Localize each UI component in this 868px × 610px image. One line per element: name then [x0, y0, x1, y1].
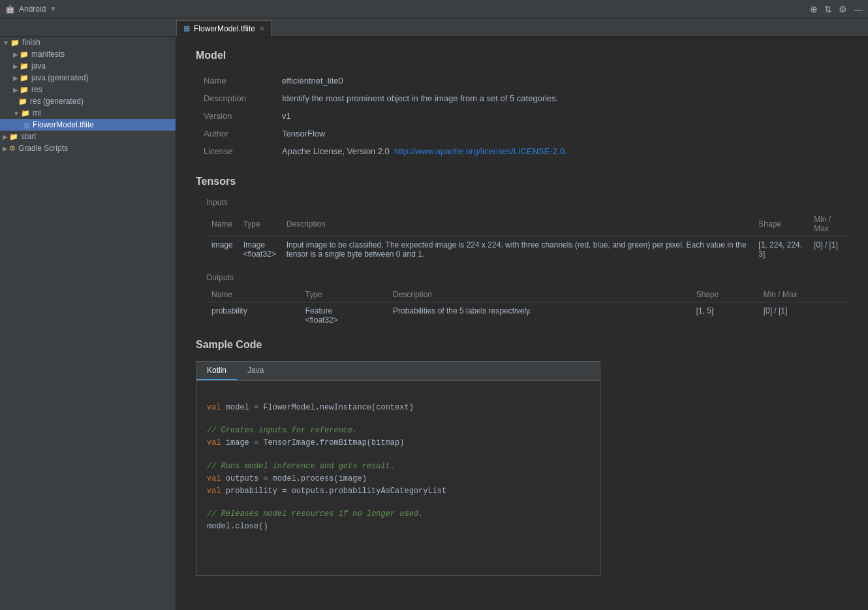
model-value-license: Apache License, Version 2.0 http://www.a… — [274, 142, 848, 160]
comment-inputs: // Creates inputs for reference. — [207, 426, 357, 435]
globe-icon[interactable]: ⊕ — [810, 4, 818, 14]
sidebar-item-java[interactable]: ▶ 📁 java — [0, 60, 176, 72]
file-icon-flower: ▦ — [23, 121, 30, 129]
dropdown-icon[interactable]: ▼ — [50, 5, 56, 12]
code-close-line: model.close() — [207, 522, 268, 531]
sidebar-item-start[interactable]: ▶ 📁 start — [0, 131, 176, 142]
model-value-version: v1 — [274, 107, 848, 125]
code-line-3: val outputs = model.process(image) — [207, 473, 589, 485]
code-line-4: val probability = outputs.probabilityAsC… — [207, 485, 589, 498]
comment-release: // Releases model resources if no longer… — [207, 509, 423, 519]
sidebar-item-res[interactable]: ▶ 📁 res — [0, 84, 176, 95]
sidebar-item-ml[interactable]: ▼ 📁 ml — [0, 107, 176, 119]
model-row-author: Author TensorFlow — [196, 125, 848, 142]
code-line-1: val model = FlowerModel.newInstance(cont… — [207, 402, 589, 414]
platform-label: Android — [19, 5, 46, 14]
model-label-version: Version — [196, 107, 274, 125]
output-name: probability — [206, 302, 300, 329]
input-shape: [1, 224, 224, 3] — [753, 236, 809, 263]
title-bar-left: 🤖 Android ▼ — [5, 5, 56, 14]
folder-icon-start: 📁 — [9, 133, 18, 141]
inputs-header-row: Name Type Description Shape Min / Max — [206, 212, 848, 236]
col-type-out: Type — [300, 287, 388, 302]
tab-close-icon[interactable]: ✕ — [259, 25, 264, 32]
tab-file-icon: ▦ — [183, 24, 190, 33]
arrow-java-gen: ▶ — [13, 74, 18, 82]
split-icon[interactable]: ⇅ — [824, 4, 832, 14]
arrow-ml: ▼ — [13, 110, 20, 117]
col-type-in: Type — [238, 212, 281, 236]
model-row-description: Description Identify the most prominent … — [196, 89, 848, 107]
sidebar-item-flowermodel[interactable]: ▦ FlowerModel.tflite — [0, 119, 176, 131]
code-comment-3: // Releases model resources if no longer… — [207, 508, 589, 521]
sidebar-item-finish[interactable]: ▼ 📁 finish — [0, 37, 176, 48]
code-image-line: image = TensorImage.fromBitmap(bitmap) — [226, 438, 405, 447]
input-minmax: [0] / [1] — [809, 236, 848, 263]
input-name: image — [206, 236, 238, 263]
model-row-license: License Apache License, Version 2.0 http… — [196, 142, 848, 160]
arrow-manifests: ▶ — [13, 51, 18, 58]
tab-java[interactable]: Java — [237, 362, 274, 380]
content-area: Model Name efficientnet_lite0 Descriptio… — [176, 37, 868, 610]
folder-icon-finish: 📁 — [10, 39, 20, 47]
code-blank-2 — [207, 414, 589, 425]
sidebar-label-flowermodel: FlowerModel.tflite — [33, 120, 94, 129]
folder-icon-manifests: 📁 — [20, 50, 29, 59]
sample-code-section: Sample Code Kotlin Java val model = Flow… — [196, 339, 848, 576]
sidebar-label-java-gen: java (generated) — [31, 73, 88, 82]
input-desc: Input image to be classified. The expect… — [281, 236, 754, 263]
file-tab[interactable]: ▦ FlowerModel.tflite ✕ — [176, 20, 271, 36]
arrow-gradle: ▶ — [3, 145, 8, 152]
col-shape-in: Shape — [753, 212, 809, 236]
sidebar-item-gradle[interactable]: ▶ ⚙ Gradle Scripts — [0, 142, 176, 154]
output-minmax: [0] / [1] — [758, 302, 848, 329]
model-label-description: Description — [196, 89, 274, 107]
code-blank-3 — [207, 450, 589, 460]
arrow-java: ▶ — [13, 63, 18, 70]
code-blank-4 — [207, 498, 589, 508]
model-value-name: efficientnet_lite0 — [274, 72, 848, 89]
sidebar-label-gradle: Gradle Scripts — [18, 144, 68, 153]
tensors-section-title: Tensors — [196, 176, 848, 187]
keyword-val-4: val — [207, 487, 221, 496]
sidebar-item-res-generated[interactable]: 📁 res (generated) — [0, 95, 176, 107]
arrow-start: ▶ — [3, 133, 8, 140]
folder-icon-res-gen: 📁 — [18, 97, 27, 106]
code-outputs-line: outputs = model.process(image) — [226, 474, 367, 483]
outputs-table: Name Type Description Shape Min / Max pr… — [206, 287, 848, 329]
gear-icon[interactable]: ⚙ — [839, 4, 847, 14]
tab-kotlin[interactable]: Kotlin — [196, 362, 237, 380]
table-row: probability Feature<float32> Probabiliti… — [206, 302, 848, 329]
keyword-val-3: val — [207, 474, 221, 483]
code-block: val model = FlowerModel.newInstance(cont… — [196, 380, 600, 576]
col-name-in: Name — [206, 212, 238, 236]
model-section-title: Model — [196, 50, 848, 61]
license-link[interactable]: http://www.apache.org/licenses/LICENSE-2… — [394, 146, 566, 156]
minimize-icon[interactable]: — — [854, 4, 863, 14]
inputs-label: Inputs — [206, 198, 848, 207]
tab-bar: ▦ FlowerModel.tflite ✕ — [0, 18, 868, 37]
arrow-finish: ▼ — [3, 39, 9, 46]
input-type: Image<float32> — [238, 236, 281, 263]
outputs-header-row: Name Type Description Shape Min / Max — [206, 287, 848, 302]
code-blank-6 — [207, 544, 589, 554]
arrow-res: ▶ — [13, 86, 18, 93]
folder-icon-java: 📁 — [20, 62, 29, 71]
sidebar-item-manifests[interactable]: ▶ 📁 manifests — [0, 48, 176, 60]
title-bar: 🤖 Android ▼ ⊕ ⇅ ⚙ — — [0, 0, 868, 18]
keyword-val-2: val — [207, 438, 221, 447]
col-desc-in: Description — [281, 212, 754, 236]
output-type: Feature<float32> — [300, 302, 388, 329]
model-label-author: Author — [196, 125, 274, 142]
model-table: Name efficientnet_lite0 Description Iden… — [196, 72, 848, 160]
outputs-label: Outputs — [206, 273, 848, 282]
sidebar-item-java-generated[interactable]: ▶ 📁 java (generated) — [0, 72, 176, 84]
keyword-val-1: val — [207, 403, 221, 412]
title-bar-icons: ⊕ ⇅ ⚙ — — [810, 4, 863, 14]
col-name-out: Name — [206, 287, 300, 302]
model-row-version: Version v1 — [196, 107, 848, 125]
tab-label: FlowerModel.tflite — [194, 24, 255, 33]
code-tabs: Kotlin Java — [196, 361, 600, 380]
sidebar-label-res: res — [31, 85, 42, 94]
code-model-line: model = FlowerModel.newInstance(context) — [226, 403, 414, 412]
